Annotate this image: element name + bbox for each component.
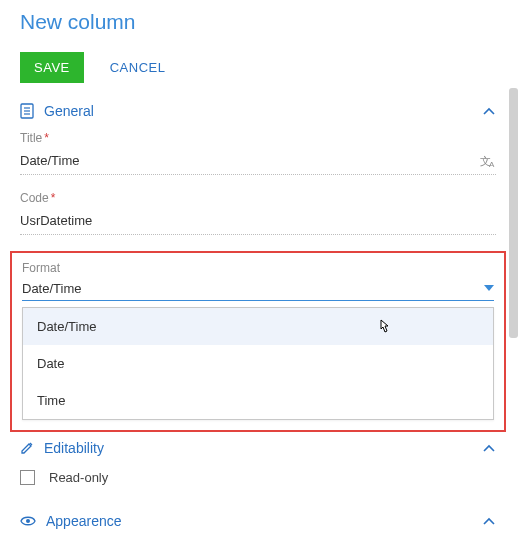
format-option-datetime[interactable]: Date/Time — [23, 308, 493, 345]
format-dropdown: Date/Time Date Time — [22, 307, 494, 420]
section-header-editability[interactable]: Editability — [20, 440, 496, 456]
readonly-label: Read-only — [49, 470, 108, 485]
section-label-appearance: Appearence — [46, 513, 122, 529]
format-select-value: Date/Time — [22, 281, 484, 296]
cancel-button[interactable]: CANCEL — [104, 59, 172, 76]
field-title: Title* 文A — [20, 131, 496, 175]
required-marker: * — [44, 131, 49, 145]
field-readonly: Read-only — [20, 470, 496, 485]
pointer-cursor-icon — [375, 318, 393, 342]
eye-icon — [20, 515, 36, 527]
document-icon — [20, 103, 34, 119]
format-option-date[interactable]: Date — [23, 345, 493, 382]
translate-icon[interactable]: 文A — [480, 154, 496, 168]
section-header-appearance[interactable]: Appearence — [20, 513, 496, 529]
save-button[interactable]: SAVE — [20, 52, 84, 83]
caret-down-icon — [484, 285, 494, 292]
code-input[interactable] — [20, 211, 496, 230]
field-format-label: Format — [22, 261, 494, 275]
scrollbar-thumb[interactable] — [509, 88, 518, 338]
pencil-icon — [20, 441, 34, 455]
field-code: Code* — [20, 191, 496, 235]
required-marker: * — [51, 191, 56, 205]
section-label-editability: Editability — [44, 440, 104, 456]
title-input[interactable] — [20, 151, 480, 170]
section-header-general[interactable]: General — [20, 103, 496, 119]
field-code-label: Code* — [20, 191, 496, 205]
chevron-up-icon[interactable] — [482, 107, 496, 117]
readonly-checkbox[interactable] — [20, 470, 35, 485]
section-label-general: General — [44, 103, 94, 119]
svg-point-8 — [26, 519, 30, 523]
format-option-time[interactable]: Time — [23, 382, 493, 419]
page-title: New column — [20, 10, 496, 34]
chevron-up-icon[interactable] — [482, 444, 496, 454]
format-select[interactable]: Date/Time — [22, 281, 494, 301]
field-title-label: Title* — [20, 131, 496, 145]
chevron-up-icon[interactable] — [482, 517, 496, 527]
format-highlight-box: Format Date/Time Date/Time Date Time — [10, 251, 506, 432]
action-bar: SAVE CANCEL — [20, 52, 496, 83]
svg-text:A: A — [489, 160, 495, 168]
svg-marker-6 — [484, 285, 494, 291]
